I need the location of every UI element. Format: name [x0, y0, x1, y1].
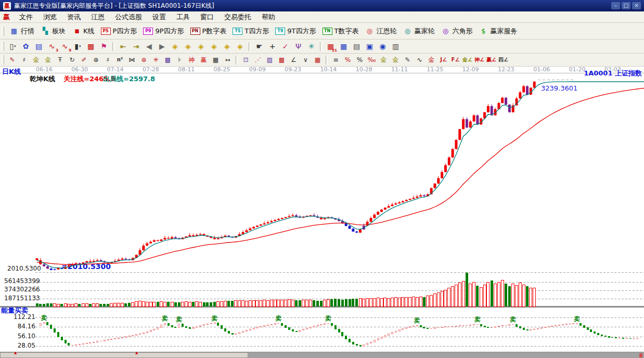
ying-tool-button[interactable]: 赢 [198, 55, 210, 65]
zoom-all-button[interactable]: ◈ [234, 41, 247, 52]
permille-line-button[interactable]: ‰ [366, 55, 378, 65]
fib-levels-button[interactable]: ≡ [330, 55, 342, 65]
marker-pen-button[interactable]: ✎ [402, 55, 414, 65]
neural-tool-button[interactable]: ✳ [305, 41, 318, 52]
spiral-button[interactable]: ↻ [66, 55, 78, 65]
toolbar-grip[interactable] [2, 27, 4, 36]
price-grid-button[interactable]: ▦ [312, 55, 324, 65]
winner-wheel-button[interactable]: ◎赢家轮 [400, 27, 437, 36]
web-box-button[interactable]: ▩ [162, 55, 174, 65]
workstation-button[interactable]: ▥ [389, 41, 402, 52]
bar-count-button[interactable]: ♯ [102, 55, 114, 65]
t9-square-button[interactable]: T99T四方形 [272, 27, 319, 36]
cycle-circle-button[interactable]: ⊕ [90, 55, 102, 65]
sectors-button[interactable]: ▚板块 [37, 27, 69, 36]
zigzag-button[interactable]: ∨ [300, 55, 312, 65]
f-lines-button[interactable]: Ŧ [54, 55, 66, 65]
menu-item-7[interactable]: 窗口 [195, 11, 219, 22]
gold-circle-button[interactable]: 金 [378, 55, 390, 65]
shen-angle-button[interactable]: 神∠ [473, 55, 485, 65]
net-sync-button[interactable]: ◉ [376, 41, 389, 52]
flag-marker-button[interactable]: ⚑ [97, 41, 110, 52]
horizontal-scrollbar[interactable] [0, 352, 644, 358]
si-angle-button[interactable]: 四∠ [497, 55, 509, 65]
hexagon-button[interactable]: ◎六角形 [437, 27, 475, 36]
spider-web-button[interactable]: ✳ [150, 55, 162, 65]
gann-target-button[interactable]: ⊕ [138, 55, 150, 65]
percent-slash-button[interactable]: % [342, 55, 354, 65]
menu-item-1[interactable]: 浏览 [38, 11, 62, 22]
pattern-box-button[interactable]: ▩ [84, 41, 97, 52]
p-number-table-button[interactable]: PNP数字表 [187, 27, 230, 36]
gold-levels-button[interactable]: 金 [390, 55, 402, 65]
menu-item-6[interactable]: 工具 [171, 11, 195, 22]
calendar-21-button[interactable]: ▦21 [324, 41, 337, 52]
gold-angle-button[interactable]: 金∠ [461, 55, 473, 65]
n-square-button[interactable]: n² [114, 55, 126, 65]
maximize-button[interactable]: □ [622, 2, 630, 9]
j-angle-button[interactable]: J∠ [437, 55, 449, 65]
resize-grip-icon[interactable] [639, 353, 642, 357]
span-measure-button[interactable]: ↔ [222, 55, 234, 65]
gold-grid-a-button[interactable]: 金 [30, 55, 42, 65]
save-disk-button[interactable]: ▣ [363, 41, 376, 52]
zoom-out-horizontal-button[interactable]: ◈ [195, 41, 208, 52]
kline-button[interactable]: ▮▮K线 [69, 27, 98, 36]
menu-item-3[interactable]: 江恩 [86, 11, 110, 22]
info-panel-button[interactable]: ▤ [32, 41, 45, 52]
pattern-search-button[interactable]: ✿ [19, 41, 32, 52]
k-notch-button[interactable]: ⊦ [174, 55, 186, 65]
period-label[interactable]: 日K线 [2, 68, 21, 75]
hatch-lines-button[interactable]: ♯ [18, 55, 30, 65]
p-square-button[interactable]: PSP四方形 [98, 27, 140, 36]
menu-item-9[interactable]: 帮助 [256, 11, 280, 22]
t-square-button[interactable]: TST四方形 [229, 27, 272, 36]
page-next-button[interactable]: ▶ [156, 41, 169, 52]
minimize-button[interactable]: – [611, 2, 620, 9]
gann-fork-button[interactable]: Ψ [292, 41, 305, 52]
title-bar[interactable]: 赢 赢家江恩专业版[赢家内部服务平台] - [上证指数 SH1A0001-167… [0, 0, 644, 11]
wave-9-chart-button[interactable]: ∿9 [58, 41, 71, 52]
measure-check-button[interactable]: ✓ [279, 41, 292, 52]
candle-width-dropdown-button[interactable]: ▮▾ [71, 41, 84, 52]
ying-angle-button[interactable]: 赢∠ [485, 55, 497, 65]
menu-item-2[interactable]: 资讯 [62, 11, 86, 22]
zoom-vertical-button[interactable]: ◈ [221, 41, 234, 52]
wave-band-button[interactable]: ∿ [414, 55, 426, 65]
trend-angle-button[interactable]: ∠ [288, 55, 300, 65]
wave-3-chart-button[interactable]: ∿3 [45, 41, 58, 52]
crosshair-button[interactable]: + [266, 41, 279, 52]
gold-channel-button[interactable]: 金 [426, 55, 437, 65]
menu-item-8[interactable]: 交易委托 [219, 11, 256, 22]
percent-button[interactable]: % [354, 55, 366, 65]
scrollbar-thumb[interactable] [0, 352, 248, 358]
menu-item-4[interactable]: 公式选股 [110, 11, 147, 22]
f-angle-button[interactable]: F∠ [449, 55, 461, 65]
menu-item-5[interactable]: 设置 [147, 11, 171, 22]
brush-button[interactable]: ✎ [6, 55, 18, 65]
jump-last-button[interactable]: ⇥ [130, 41, 143, 52]
shen-tool-button[interactable]: 神 [186, 55, 198, 65]
kline-style-dropdown-button[interactable]: ▯▾ [6, 41, 19, 52]
rect-tool-button[interactable]: ⊡ [240, 55, 252, 65]
ruler-123-button[interactable]: ▦ [210, 55, 222, 65]
gold-grid-b-button[interactable]: 金 [42, 55, 54, 65]
shift-right-button[interactable]: ◈ [182, 41, 195, 52]
winner-service-button[interactable]: $赢家服务 [475, 27, 520, 36]
toolbar-grip[interactable] [2, 42, 4, 51]
calculator-button[interactable]: ▦ [337, 41, 350, 52]
toolbar-grip[interactable] [2, 55, 4, 65]
jump-first-button[interactable]: ⇤ [117, 41, 130, 52]
gann-web-button[interactable]: ▩ [276, 55, 288, 65]
pan-hand-button[interactable]: ☛ [253, 41, 266, 52]
brush-2-button[interactable]: ✐ [78, 55, 90, 65]
shift-left-button[interactable]: ◈ [169, 41, 182, 52]
quotes-button[interactable]: ▦行情 [6, 27, 37, 36]
close-button[interactable]: × [632, 2, 641, 9]
gann-wheel-button[interactable]: ◎江恩轮 [362, 27, 400, 36]
fan-lines-button[interactable]: ⋰ [252, 55, 264, 65]
mirror-fold-button[interactable]: ⋈ [126, 55, 138, 65]
chart-canvas[interactable]: 06-1606-3007-1407-2808-1108-2509-0909-23… [0, 67, 644, 352]
p9-square-button[interactable]: P99P四方形 [140, 27, 187, 36]
menu-item-0[interactable]: 文件 [14, 11, 38, 22]
